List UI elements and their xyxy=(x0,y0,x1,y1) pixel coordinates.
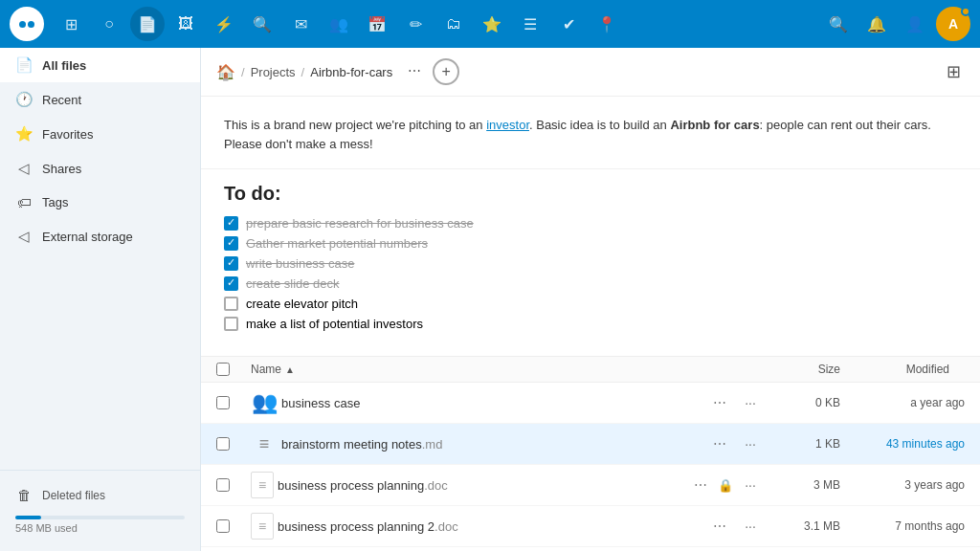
share-breadcrumb-button[interactable]: ⋯ xyxy=(402,58,427,83)
todo-checkbox-6[interactable] xyxy=(224,317,238,331)
storage-bar xyxy=(15,516,185,519)
nav-mail-icon[interactable]: ✉ xyxy=(283,7,318,41)
sidebar-item-recent[interactable]: 🕐 Recent xyxy=(0,82,200,117)
sidebar-item-all-files[interactable]: 📄 All files xyxy=(0,48,200,82)
deleted-files-label: Deleted files xyxy=(42,489,105,502)
todo-checkbox-2[interactable] xyxy=(224,236,238,251)
grid-toggle-button[interactable]: ⊞ xyxy=(943,57,965,86)
todo-checkbox-4[interactable] xyxy=(224,276,238,291)
more-button[interactable]: ··· xyxy=(737,389,764,416)
sidebar-item-external-storage[interactable]: ◁ External storage xyxy=(0,219,200,253)
storage-bar-fill xyxy=(15,516,41,519)
row-checkbox[interactable] xyxy=(216,519,230,533)
search-top-icon[interactable]: 🔍 xyxy=(821,7,856,41)
favorites-icon: ⭐ xyxy=(15,125,33,143)
file-size: 0 KB xyxy=(764,396,840,409)
contacts-top-icon[interactable]: 👤 xyxy=(898,7,932,41)
breadcrumb-home[interactable]: 🏠 xyxy=(216,63,235,81)
todo-title: To do: xyxy=(224,183,957,205)
nav-photos-icon[interactable]: 🖼 xyxy=(168,7,203,41)
breadcrumb-actions: ⋯ + xyxy=(402,58,459,85)
nav-search-icon[interactable]: 🔍 xyxy=(245,7,279,41)
nav-files-icon[interactable]: ⊞ xyxy=(54,7,88,41)
todo-checkbox-3[interactable] xyxy=(224,256,238,271)
select-all-checkbox[interactable] xyxy=(216,363,230,376)
table-row[interactable]: 🔄 CRISP-DM_Process_Diagram.png ⋯ 🔒 ··· 6… xyxy=(201,547,980,551)
note-text-before: This is a brand new project we're pitchi… xyxy=(224,118,486,132)
nav-activity-icon[interactable]: ○ xyxy=(92,7,126,41)
sidebar-external-storage-label: External storage xyxy=(42,230,133,244)
file-row-actions: ⋯ ··· xyxy=(706,389,764,416)
notifications-icon[interactable]: 🔔 xyxy=(859,7,894,41)
tags-icon: 🏷 xyxy=(15,194,33,210)
share-button[interactable]: ⋯ xyxy=(687,472,714,498)
trash-icon: 🗑 xyxy=(15,487,33,503)
row-checkbox[interactable] xyxy=(216,396,230,409)
row-checkbox[interactable] xyxy=(216,437,230,451)
sidebar-item-tags[interactable]: 🏷 Tags xyxy=(0,186,200,219)
breadcrumb-projects[interactable]: Projects xyxy=(251,65,296,79)
file-size: 3 MB xyxy=(764,478,840,492)
app-logo[interactable] xyxy=(10,7,44,41)
nav-activity2-icon[interactable]: ⚡ xyxy=(207,7,241,41)
nav-notes-icon[interactable]: ✏ xyxy=(398,7,433,41)
md-file-icon: ≡ xyxy=(251,430,278,457)
todo-checkbox-1[interactable] xyxy=(224,216,238,231)
airbnb-for-cars-bold: Airbnb for cars xyxy=(670,118,759,132)
size-column-header: Size xyxy=(764,363,840,376)
avatar-badge xyxy=(961,7,970,16)
more-button[interactable]: ··· xyxy=(737,513,764,540)
share-button[interactable]: ⋯ xyxy=(706,389,733,416)
nav-bookmarks-icon[interactable]: ⭐ xyxy=(475,7,509,41)
file-name: brainstorm meeting notes.md xyxy=(281,437,442,452)
scrollable-content: This is a brand new project we're pitchi… xyxy=(201,97,980,551)
sidebar-item-shares[interactable]: ◁ Shares xyxy=(0,151,200,186)
file-name: business case xyxy=(281,396,360,410)
storage-label: 548 MB used xyxy=(15,522,185,534)
table-row[interactable]: ≡ brainstorm meeting notes.md ⋯ ··· 1 KB… xyxy=(201,424,980,465)
note-section: This is a brand new project we're pitchi… xyxy=(201,97,980,169)
table-row[interactable]: 👥 business case ⋯ ··· 0 KB a year ago xyxy=(201,383,980,424)
top-navigation: ⊞ ○ 📄 🖼 ⚡ 🔍 ✉ 👥 📅 ✏ 🗂 ⭐ ☰ ✔ 📍 🔍 🔔 👤 A xyxy=(0,0,980,48)
more-button[interactable]: ··· xyxy=(737,430,764,457)
table-row[interactable]: ≡ business process planning.doc ⋯ 🔒 ··· … xyxy=(201,465,980,506)
share-button[interactable]: ⋯ xyxy=(706,430,733,457)
file-name-wrap: business process planning.doc xyxy=(278,478,687,493)
file-table: Name ▲ Size Modified 👥 business case ⋯ xyxy=(201,357,980,551)
nav-menu-icon[interactable]: ☰ xyxy=(513,7,547,41)
todo-item-2: Gather market potential numbers xyxy=(224,236,957,251)
todo-checkbox-5[interactable] xyxy=(224,297,238,311)
share-button[interactable]: ⋯ xyxy=(706,513,733,540)
note-text-middle: . Basic idea is to build an xyxy=(529,118,670,132)
row-checkbox[interactable] xyxy=(216,478,230,492)
nav-files-active-icon[interactable]: 📄 xyxy=(130,7,165,41)
sidebar-recent-label: Recent xyxy=(42,93,81,107)
nav-calendar-icon[interactable]: 📅 xyxy=(360,7,394,41)
more-button[interactable]: ··· xyxy=(737,472,764,498)
file-name-wrap: business process planning 2.doc xyxy=(278,519,706,534)
nav-tasks-icon[interactable]: ✔ xyxy=(551,7,586,41)
file-table-header: Name ▲ Size Modified xyxy=(201,357,980,383)
storage-bar-wrap: 548 MB used xyxy=(0,512,200,543)
sidebar-item-favorites[interactable]: ⭐ Favorites xyxy=(0,117,200,151)
investor-link[interactable]: investor xyxy=(486,118,529,132)
nav-contacts-icon[interactable]: 👥 xyxy=(322,7,356,41)
table-row[interactable]: ≡ business process planning 2.doc ⋯ ··· … xyxy=(201,506,980,547)
sidebar-deleted-files[interactable]: 🗑 Deleted files xyxy=(0,478,200,512)
add-button[interactable]: + xyxy=(433,58,459,85)
todo-label-2: Gather market potential numbers xyxy=(246,236,428,251)
nav-maps-icon[interactable]: 📍 xyxy=(590,7,624,41)
todo-section: To do: prepare basic research for busine… xyxy=(201,169,980,357)
file-modified: 7 months ago xyxy=(840,519,965,533)
breadcrumb-current: Airbnb-for-cars xyxy=(310,65,392,79)
name-column-header[interactable]: Name ▲ xyxy=(251,363,697,376)
nav-deck-icon[interactable]: 🗂 xyxy=(436,7,471,41)
doc-file-icon: ≡ xyxy=(251,472,274,498)
shares-icon: ◁ xyxy=(15,160,33,177)
logo-dot xyxy=(28,21,34,28)
todo-item-1: prepare basic research for business case xyxy=(224,216,957,231)
lock-icon: 🔒 xyxy=(718,478,733,493)
logo-dot xyxy=(19,21,26,28)
file-modified: 3 years ago xyxy=(840,478,965,492)
user-avatar-wrap[interactable]: A xyxy=(936,7,970,41)
